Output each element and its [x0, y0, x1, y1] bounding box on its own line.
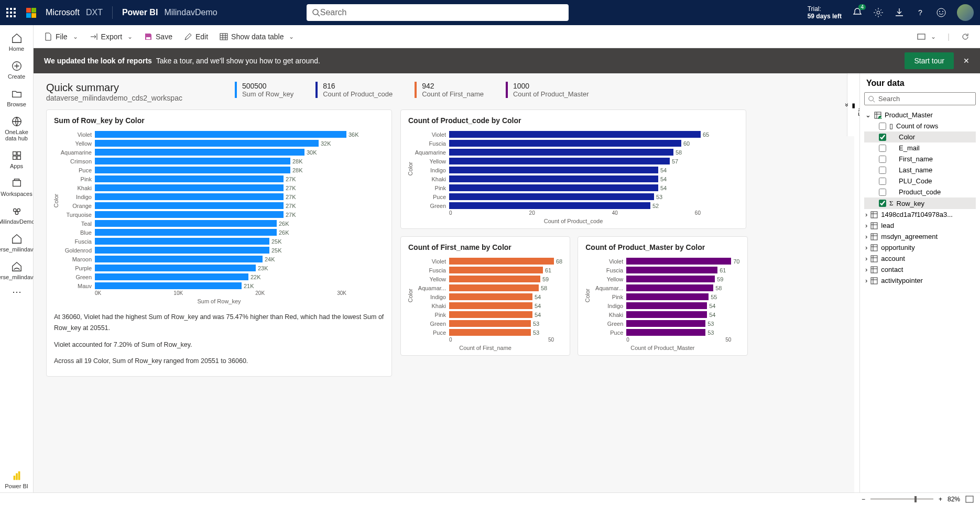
- nav-workspaces[interactable]: Workspaces: [1, 174, 32, 200]
- field-item[interactable]: E_mail: [864, 142, 976, 153]
- field-item[interactable]: First_name: [864, 153, 976, 164]
- nav-ws-dataverse1[interactable]: dataverse_milindavdem...: [1, 230, 32, 256]
- chart-card-productmaster[interactable]: Count of Product_Master by Color ColorVi…: [578, 236, 747, 356]
- view-mode-button[interactable]: [914, 30, 939, 43]
- bar-row: Teal26K: [54, 219, 384, 228]
- bar-row: Yellow59: [408, 275, 562, 283]
- bar-row: Crimson28K: [54, 157, 384, 166]
- chart-card-rowkey[interactable]: Sum of Row_key by Color ColorViolet36KYe…: [46, 109, 392, 377]
- svg-rect-31: [871, 245, 877, 251]
- bar-row: Aquamarine58: [408, 148, 738, 157]
- file-menu[interactable]: File: [41, 30, 81, 43]
- kpi-card[interactable]: 1000Count of Product_Master: [506, 82, 589, 98]
- brand: Microsoft DXT Power BI MilindavDemo: [26, 6, 217, 19]
- table-node[interactable]: ›activitypointer: [864, 275, 976, 286]
- svg-point-0: [313, 9, 318, 15]
- table-node[interactable]: ⌄Product_Master: [864, 109, 976, 120]
- bar-row: Pink55: [585, 292, 739, 301]
- svg-rect-34: [871, 278, 877, 284]
- filters-pane-toggle[interactable]: « ▮ Filters: [847, 73, 859, 136]
- nav-browse[interactable]: Browse: [1, 85, 32, 111]
- bar-row: Puce53: [408, 192, 738, 201]
- bar-row: Khaki27K: [54, 183, 384, 192]
- trial-status[interactable]: Trial:59 days left: [808, 5, 842, 20]
- table-node[interactable]: ›lead: [864, 220, 976, 231]
- bar-row: Violet65: [408, 130, 738, 139]
- refresh-button[interactable]: [958, 30, 973, 43]
- bar-row: Puce28K: [54, 166, 384, 174]
- export-menu[interactable]: Export: [86, 30, 136, 43]
- svg-point-6: [942, 11, 943, 12]
- table-node[interactable]: ›1498cd1a7f104978a3...: [864, 209, 976, 220]
- banner-close-icon[interactable]: ✕: [963, 57, 970, 65]
- nav-data-hub[interactable]: OneLake data hub: [1, 113, 32, 145]
- chart-card-firstname[interactable]: Count of First_name by Color ColorViolet…: [400, 236, 570, 356]
- edit-button[interactable]: Edit: [181, 30, 211, 43]
- nav-home[interactable]: Home: [1, 29, 32, 55]
- chart-title: Count of Product_code by Color: [408, 116, 738, 125]
- nav-more[interactable]: ⋯: [1, 286, 32, 298]
- field-item[interactable]: Color: [864, 131, 976, 142]
- bar-row: Indigo54: [408, 292, 562, 301]
- report-canvas: Quick summary dataverse_milindavdemo_cds…: [34, 73, 854, 492]
- nav-ws-current[interactable]: MilindavDemo: [1, 202, 32, 228]
- field-item[interactable]: Last_name: [864, 164, 976, 175]
- field-item[interactable]: ΣRow_key: [864, 197, 976, 209]
- download-icon[interactable]: [894, 7, 905, 18]
- feedback-icon[interactable]: [936, 7, 946, 18]
- nav-apps[interactable]: Apps: [1, 147, 32, 172]
- workspace-name[interactable]: MilindavDemo: [164, 8, 217, 17]
- global-search[interactable]: Search: [307, 4, 569, 21]
- svg-rect-19: [16, 473, 18, 480]
- svg-rect-13: [13, 181, 20, 186]
- quick-summary-header: Quick summary dataverse_milindavdemo_cds…: [46, 82, 842, 102]
- bar-row: Fuscia61: [408, 266, 562, 275]
- bar-row: Khaki54: [585, 310, 739, 319]
- svg-rect-28: [871, 212, 877, 218]
- svg-point-15: [13, 208, 16, 212]
- svg-rect-11: [13, 156, 16, 159]
- svg-line-25: [873, 100, 875, 102]
- bar-row: Purple23K: [54, 264, 384, 272]
- kpi-card[interactable]: 500500Sum of Row_key: [235, 82, 293, 98]
- user-avatar[interactable]: [957, 4, 974, 21]
- app-name[interactable]: Power BI: [122, 8, 158, 17]
- table-node[interactable]: ›opportunity: [864, 242, 976, 253]
- svg-rect-22: [220, 34, 227, 40]
- notifications-icon[interactable]: 4: [852, 7, 863, 18]
- chart-card-productcode[interactable]: Count of Product_code by Color ColorViol…: [400, 109, 746, 229]
- bar-row: Pink54: [408, 310, 562, 319]
- banner-text: Take a tour, and we'll show you how to g…: [156, 57, 320, 65]
- svg-rect-9: [13, 152, 16, 155]
- bar-row: Aquamar...58: [585, 283, 739, 292]
- table-node[interactable]: ›contact: [864, 264, 976, 275]
- field-item[interactable]: Product_code: [864, 186, 976, 197]
- kpi-card[interactable]: 942Count of First_name: [415, 82, 484, 98]
- show-data-table[interactable]: Show data table: [216, 30, 297, 43]
- nav-powerbi[interactable]: Power BI: [1, 467, 32, 492]
- field-item[interactable]: ▯Count of rows: [864, 120, 976, 131]
- table-node[interactable]: ›account: [864, 253, 976, 264]
- start-tour-button[interactable]: Start tour: [905, 52, 954, 69]
- field-item[interactable]: PLU_Code: [864, 175, 976, 186]
- settings-icon[interactable]: [873, 7, 884, 18]
- nav-ws-dataverse2[interactable]: dataverse_milindavdem...: [1, 258, 32, 283]
- kpi-card[interactable]: 816Count of Product_code: [315, 82, 393, 98]
- fields-search[interactable]: Search: [864, 92, 976, 105]
- nav-create[interactable]: Create: [1, 57, 32, 83]
- fit-page-icon[interactable]: [965, 496, 974, 503]
- save-button[interactable]: Save: [141, 30, 176, 43]
- zoom-in-button[interactable]: +: [939, 496, 942, 503]
- zoom-out-button[interactable]: −: [862, 496, 865, 503]
- zoom-slider[interactable]: [870, 498, 933, 500]
- table-node[interactable]: ›msdyn_agreement: [864, 231, 976, 242]
- svg-point-16: [17, 208, 19, 212]
- bar-row: Aquamarine30K: [54, 148, 384, 157]
- bar-row: Puce53: [408, 328, 562, 337]
- chart-title: Sum of Row_key by Color: [54, 116, 384, 125]
- table-icon: [874, 112, 881, 119]
- bar-row: Indigo27K: [54, 192, 384, 201]
- app-launcher-icon[interactable]: [6, 8, 16, 17]
- help-icon[interactable]: ?: [915, 7, 925, 18]
- bar-row: Fuscia60: [408, 139, 738, 148]
